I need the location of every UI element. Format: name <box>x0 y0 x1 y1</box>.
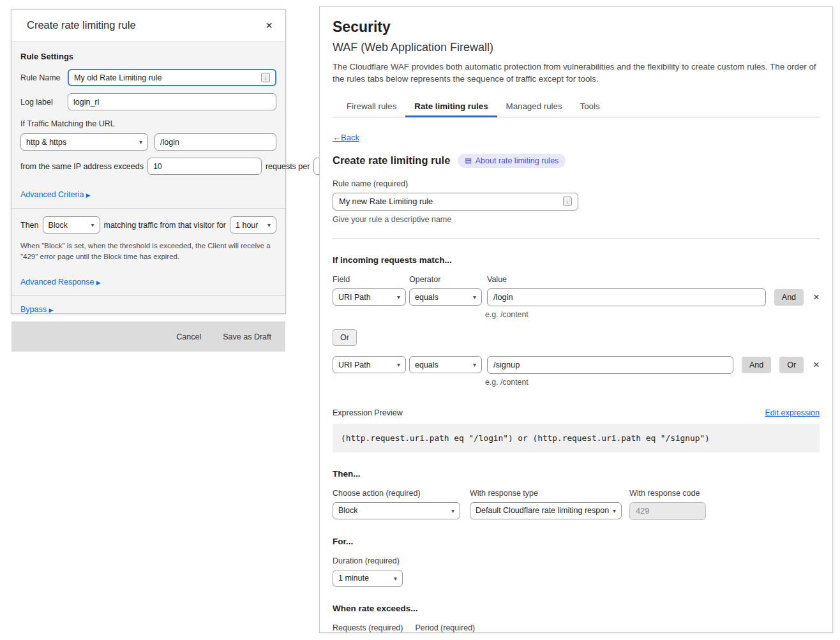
security-waf-panel: Security WAF (Web Application Firewall) … <box>319 6 833 633</box>
about-rate-limiting-badge[interactable]: ▤ About rate limiting rules <box>458 154 566 168</box>
traffic-match-label: If Traffic Matching the URL <box>20 119 276 128</box>
operator-select[interactable]: equals ▾ <box>409 288 482 306</box>
arrow-left-icon: ← <box>333 133 341 142</box>
modal-footer: Cancel Save as Draft <box>11 322 285 352</box>
then-row: Then Block ▾ matching traffic from that … <box>20 216 276 234</box>
choose-action-label: Choose action (required) <box>333 489 470 498</box>
waf-tabs: Firewall rules Rate limiting rules Manag… <box>333 96 820 117</box>
triangle-right-icon: ▶ <box>96 279 101 286</box>
duration-select[interactable]: 1 hour ▾ <box>230 216 276 234</box>
requests-label: Requests (required) <box>333 623 403 632</box>
condition-row: URI Path ▾ equals ▾ And × <box>333 288 820 306</box>
and-button[interactable]: And <box>774 289 804 306</box>
field-select[interactable]: URI Path ▾ <box>333 356 406 373</box>
action-select[interactable]: Block ▾ <box>43 216 100 234</box>
page-subtitle: WAF (Web Application Firewall) <box>333 41 820 54</box>
block-help-text: When "Block" is set, when the threshold … <box>20 241 276 263</box>
divider <box>333 238 820 239</box>
log-label-field[interactable] <box>73 98 271 107</box>
cancel-button[interactable]: Cancel <box>176 332 201 341</box>
back-link[interactable]: ←Back <box>333 133 359 142</box>
and-button[interactable]: And <box>742 357 771 373</box>
autofill-icon[interactable]: ↓ <box>563 197 572 206</box>
threshold-prefix-text: from the same IP address exceeds <box>20 162 144 171</box>
form-heading: Create rate limiting rule <box>333 154 450 167</box>
remove-condition-icon[interactable]: × <box>813 291 820 304</box>
operator-select[interactable]: equals ▾ <box>409 356 482 373</box>
or-button[interactable]: Or <box>779 357 804 373</box>
threshold-field[interactable] <box>153 162 256 171</box>
save-as-draft-button[interactable]: Save as Draft <box>223 332 271 341</box>
action-column: Block ▾ <box>333 502 470 520</box>
chevron-down-icon: ▾ <box>267 221 271 228</box>
rate-heading: When rate exceeds... <box>333 604 820 613</box>
tab-rate-limiting-rules[interactable]: Rate limiting rules <box>405 96 497 117</box>
field-select[interactable]: URI Path ▾ <box>333 288 406 306</box>
value-field[interactable] <box>493 360 727 369</box>
log-label-input[interactable] <box>68 93 276 110</box>
url-field[interactable] <box>160 138 271 147</box>
field-label: Field <box>333 275 406 284</box>
chevron-down-icon: ▾ <box>139 138 142 145</box>
response-type-select-value: Default Cloudflare rate limiting respons… <box>476 506 609 515</box>
chevron-down-icon: ▾ <box>397 361 400 368</box>
divider <box>11 295 285 296</box>
value-hint: e.g. /content <box>485 378 820 387</box>
chevron-down-icon: ▾ <box>451 507 454 514</box>
value-field[interactable] <box>493 292 760 302</box>
rule-name-input[interactable]: ↓ <box>333 193 578 211</box>
advanced-response-link[interactable]: Advanced Response ▶ <box>20 278 101 287</box>
response-code-input <box>629 502 706 520</box>
rule-name-label: Rule name (required) <box>333 179 820 188</box>
action-controls-row: Block ▾ Default Cloudflare rate limiting… <box>333 502 820 520</box>
action-select-value: Block <box>49 221 87 230</box>
advanced-criteria-link[interactable]: Advanced Criteria ▶ <box>20 190 91 199</box>
then-suffix-text: matching traffic from that visitor for <box>104 221 227 230</box>
bypass-link[interactable]: Bypass ▶ <box>20 305 53 314</box>
rule-name-row: Rule Name ↓ <box>20 69 276 86</box>
chevron-down-icon: ▾ <box>91 221 94 228</box>
chevron-down-icon: ▾ <box>613 507 616 514</box>
chevron-down-icon: ▾ <box>394 575 397 582</box>
expression-preview-label: Expression Preview <box>333 408 403 417</box>
advanced-criteria-label: Advanced Criteria <box>20 190 84 199</box>
autofill-icon[interactable]: ↓ <box>261 73 270 82</box>
tab-tools[interactable]: Tools <box>571 96 609 117</box>
close-icon[interactable]: × <box>266 19 273 31</box>
duration-select[interactable]: 1 minute ▾ <box>333 570 403 587</box>
expression-preview-header: Expression Preview Edit expression <box>333 408 820 417</box>
threshold-row: from the same IP address exceeds request… <box>20 158 276 175</box>
rule-name-label: Rule Name <box>20 73 61 82</box>
rule-name-field[interactable] <box>74 73 261 82</box>
rule-settings-heading: Rule Settings <box>20 52 276 61</box>
back-label: Back <box>341 133 359 142</box>
value-hint: e.g. /content <box>485 310 820 319</box>
response-type-select[interactable]: Default Cloudflare rate limiting respons… <box>470 502 622 519</box>
tab-managed-rules[interactable]: Managed rules <box>497 96 571 117</box>
or-connector-button[interactable]: Or <box>333 329 357 346</box>
match-heading: If incoming requests match... <box>333 255 820 265</box>
form-heading-row: Create rate limiting rule ▤ About rate l… <box>333 154 820 168</box>
duration-select-value: 1 minute <box>338 574 390 583</box>
requests-column: Requests (required) <box>333 623 403 633</box>
rule-name-field[interactable] <box>339 197 563 206</box>
threshold-input[interactable] <box>147 158 262 175</box>
value-input[interactable] <box>487 356 733 374</box>
url-input[interactable] <box>154 133 276 151</box>
log-label-label: Log label <box>20 98 61 107</box>
modal-title: Create rate limiting rule <box>27 19 266 31</box>
rule-name-input[interactable]: ↓ <box>68 69 276 86</box>
threshold-middle-text: requests per <box>266 162 310 171</box>
value-label: Value <box>487 275 507 284</box>
modal-header: Create rate limiting rule × <box>11 10 285 41</box>
operator-label: Operator <box>409 275 482 284</box>
value-input[interactable] <box>487 288 766 306</box>
about-badge-label: About rate limiting rules <box>476 156 559 165</box>
tab-firewall-rules[interactable]: Firewall rules <box>338 96 405 117</box>
period-label: Period (required) <box>415 623 483 632</box>
scheme-select[interactable]: http & https ▾ <box>20 133 148 151</box>
remove-condition-icon[interactable]: × <box>813 359 820 371</box>
url-match-row: http & https ▾ <box>20 133 276 151</box>
action-select[interactable]: Block ▾ <box>333 502 460 519</box>
edit-expression-link[interactable]: Edit expression <box>765 408 820 417</box>
